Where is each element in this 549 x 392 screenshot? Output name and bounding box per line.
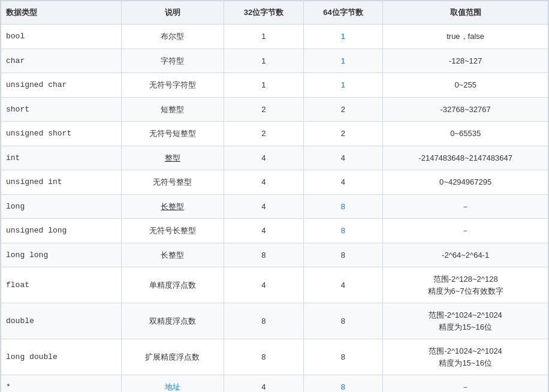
cell-desc: 地址 [121,375,224,393]
cell-bits32: 2 [224,97,304,122]
table-header-row: 数据类型 说明 32位字节数 64位字节数 取值范围 [1,1,548,25]
cell-desc: 布尔型 [121,25,224,49]
table-row: double双精度浮点数88范围-2^1024~2^1024精度为15~16位 [1,303,548,339]
table-row: long long长整型88-2^64~2^64-1 [1,243,548,267]
col-header-desc: 说明 [121,1,224,25]
cell-type: short [1,97,122,122]
cell-range: 0~65535 [383,122,548,146]
cell-range: 范围-2^128~2^128精度为6~7位有效数字 [383,267,548,303]
table-row: long长整型48－ [1,194,548,219]
cell-bits32: 4 [224,170,304,195]
cell-bits32: 8 [224,243,304,267]
cell-type: long long [1,243,122,267]
cell-range: － [383,375,548,393]
cell-desc: 整型 [121,146,224,170]
cell-desc: 双精度浮点数 [121,303,224,339]
cell-desc: 单精度浮点数 [121,267,224,303]
cell-bits64: 8 [303,243,383,267]
col-header-type: 数据类型 [1,1,122,25]
cell-bits64: 8 [303,303,383,339]
cell-range: -32768~32767 [383,97,548,122]
cell-bits64: 1 [303,49,383,73]
cell-desc: 长整型 [121,243,224,267]
cell-desc: 无符号长整型 [121,219,224,243]
cell-type: unsigned short [1,122,122,146]
cell-type: unsigned char [1,73,122,98]
cell-bits64: 4 [303,146,383,170]
cell-type: bool [1,25,122,49]
cell-bits32: 1 [224,73,304,98]
cell-bits32: 1 [224,49,304,73]
cell-type: unsigned long [1,219,122,243]
cell-range: － [383,194,548,219]
cell-desc: 字符型 [121,49,224,73]
cell-range: － [383,219,548,243]
table-row: unsigned int无符号整型440~4294967295 [1,170,548,195]
table-row: long double扩展精度浮点数88范围-2^1024~2^1024精度为1… [1,339,548,375]
cell-bits64: 8 [303,375,383,393]
cell-bits64: 8 [303,219,383,243]
cell-desc: 无符号短整型 [121,122,224,146]
cell-range: -128~127 [383,49,548,73]
cell-bits32: 4 [224,375,304,393]
cell-type: int [1,146,122,170]
cell-range: -2147483648~2147483647 [383,146,548,170]
cell-range: true，false [383,25,548,49]
cell-type: char [1,49,122,73]
table-row: unsigned long无符号长整型48－ [1,219,548,243]
col-header-bits32: 32位字节数 [224,1,304,25]
cell-range: 范围-2^1024~2^1024精度为15~16位 [383,303,548,339]
table-row: *地址48－ [1,375,548,393]
table-row: float单精度浮点数44范围-2^128~2^128精度为6~7位有效数字 [1,267,548,303]
cell-range: 范围-2^1024~2^1024精度为15~16位 [383,339,548,375]
cell-desc: 无符号整型 [121,170,224,195]
cell-bits64: 2 [303,97,383,122]
cell-type: double [1,303,122,339]
table-row: bool布尔型11true，false [1,25,548,49]
cell-desc: 长整型 [121,194,224,219]
table-row: char字符型11-128~127 [1,49,548,73]
cell-type: * [1,375,122,393]
cell-bits64: 8 [303,194,383,219]
table-row: unsigned char无符号字符型110~255 [1,73,548,98]
cell-type: long [1,194,122,219]
cell-type: unsigned int [1,170,122,195]
table-row: int整型44-2147483648~2147483647 [1,146,548,170]
cell-bits32: 4 [224,219,304,243]
cell-bits64: 1 [303,25,383,49]
cell-bits32: 8 [224,339,304,375]
col-header-range: 取值范围 [383,1,548,25]
cell-bits32: 4 [224,194,304,219]
cell-bits32: 8 [224,303,304,339]
cell-range: 0~4294967295 [383,170,548,195]
cell-type: long double [1,339,122,375]
table-row: unsigned short无符号短整型220~65535 [1,122,548,146]
cell-type: float [1,267,122,303]
cell-bits64: 2 [303,122,383,146]
cell-bits32: 2 [224,122,304,146]
data-table: 数据类型 说明 32位字节数 64位字节数 取值范围 bool布尔型11true… [0,0,549,392]
cell-bits64: 4 [303,170,383,195]
cell-bits32: 1 [224,25,304,49]
cell-range: 0~255 [383,73,548,98]
col-header-bits64: 64位字节数 [303,1,383,25]
cell-bits64: 8 [303,339,383,375]
cell-bits64: 4 [303,267,383,303]
table-row: short短整型22-32768~32767 [1,97,548,122]
cell-bits64: 1 [303,73,383,98]
cell-bits32: 4 [224,267,304,303]
cell-range: -2^64~2^64-1 [383,243,548,267]
cell-bits32: 4 [224,146,304,170]
cell-desc: 无符号字符型 [121,73,224,98]
cell-desc: 短整型 [121,97,224,122]
cell-desc: 扩展精度浮点数 [121,339,224,375]
